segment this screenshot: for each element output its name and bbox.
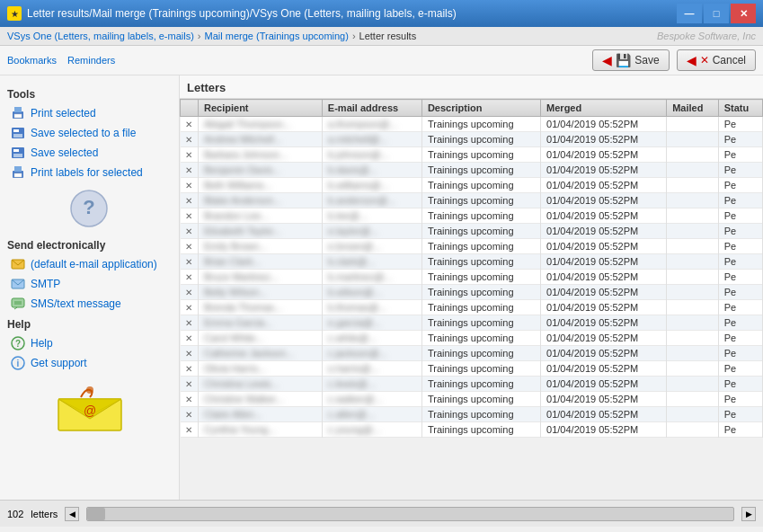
row-checkbox[interactable]: ✕	[181, 147, 199, 163]
sidebar-item-support[interactable]: i Get support	[7, 354, 172, 372]
table-row[interactable]: ✕ Barbara Johnson... b.johnson@... Train…	[181, 147, 763, 163]
row-checkbox[interactable]: ✕	[181, 270, 199, 285]
table-container[interactable]: Recipient E-mail address Description Mer…	[180, 99, 763, 500]
table-row[interactable]: ✕ Beth Williams... b.williams@... Traini…	[181, 178, 763, 193]
row-checkbox[interactable]: ✕	[181, 132, 199, 147]
row-recipient: Brian Clark...	[199, 254, 323, 270]
row-checkbox[interactable]: ✕	[181, 315, 199, 331]
minimize-button[interactable]: —	[677, 4, 702, 23]
row-description: Trainings upcoming	[421, 208, 540, 224]
row-checkbox[interactable]: ✕	[181, 300, 199, 315]
bookmarks-link[interactable]: Bookmarks	[7, 55, 57, 66]
row-checkbox[interactable]: ✕	[181, 422, 199, 438]
row-checkbox[interactable]: ✕	[181, 224, 199, 239]
row-checkbox[interactable]: ✕	[181, 193, 199, 208]
col-merged[interactable]: Merged	[541, 100, 667, 117]
row-checkbox[interactable]: ✕	[181, 331, 199, 346]
help-section-title: Help	[7, 318, 172, 331]
table-row[interactable]: ✕ Abigail Thompson... a.thompson@... Tra…	[181, 117, 763, 132]
breadcrumb-link-1[interactable]: VSys One (Letters, mailing labels, e-mai…	[7, 31, 194, 41]
row-checkbox[interactable]: ✕	[181, 346, 199, 361]
row-description: Trainings upcoming	[421, 392, 540, 407]
table-row[interactable]: ✕ Carol White... c.white@... Trainings u…	[181, 331, 763, 346]
cancel-button[interactable]: ◀ ✕ Cancel	[677, 49, 756, 71]
email-icon	[11, 257, 25, 271]
row-merged: 01/04/2019 05:52PM	[541, 331, 667, 346]
col-recipient[interactable]: Recipient	[199, 100, 323, 117]
scroll-thumb[interactable]	[87, 508, 105, 520]
reminders-link[interactable]: Reminders	[67, 55, 115, 66]
row-checkbox[interactable]: ✕	[181, 361, 199, 377]
row-email: c.walker@...	[322, 392, 421, 407]
row-recipient: Betty Wilson...	[199, 285, 323, 300]
table-row[interactable]: ✕ Benjamin Davis... b.davis@... Training…	[181, 163, 763, 178]
table-row[interactable]: ✕ Catherine Jackson... c.jackson@... Tra…	[181, 346, 763, 361]
maximize-button[interactable]: □	[704, 4, 729, 23]
table-row[interactable]: ✕ Brenda Thomas... b.thomas@... Training…	[181, 300, 763, 315]
send-section-title: Send electronically	[7, 239, 172, 252]
row-checkbox[interactable]: ✕	[181, 117, 199, 132]
row-mailed	[667, 224, 718, 239]
sidebar-item-save-selected[interactable]: Save selected	[7, 144, 172, 162]
table-row[interactable]: ✕ Olivia Harris... o.harris@... Training…	[181, 361, 763, 377]
row-status: Pe	[718, 254, 762, 270]
breadcrumb-link-2[interactable]: Mail merge (Trainings upcoming)	[205, 31, 349, 41]
row-status: Pe	[718, 315, 762, 331]
row-checkbox[interactable]: ✕	[181, 392, 199, 407]
col-email[interactable]: E-mail address	[322, 100, 421, 117]
sidebar-item-print-selected[interactable]: Print selected	[7, 104, 172, 122]
table-row[interactable]: ✕ Christine Walker... c.walker@... Train…	[181, 392, 763, 407]
sidebar-item-sms[interactable]: SMS/text message	[7, 295, 172, 313]
row-checkbox[interactable]: ✕	[181, 163, 199, 178]
horizontal-scrollbar[interactable]	[86, 507, 734, 521]
table-row[interactable]: ✕ Blake Anderson... b.anderson@... Train…	[181, 193, 763, 208]
col-status[interactable]: Statu	[718, 100, 762, 117]
table-row[interactable]: ✕ Betty Wilson... b.wilson@... Trainings…	[181, 285, 763, 300]
close-button[interactable]: ✕	[731, 4, 756, 23]
sidebar-item-help[interactable]: ? Help	[7, 334, 172, 352]
table-row[interactable]: ✕ Bruce Martinez... b.martinez@... Train…	[181, 270, 763, 285]
svg-rect-10	[14, 166, 22, 172]
main-area: Tools Print selected Save selected to a …	[0, 75, 763, 500]
row-email: b.wilson@...	[322, 285, 421, 300]
row-description: Trainings upcoming	[421, 346, 540, 361]
scroll-right-button[interactable]: ▶	[741, 507, 756, 521]
table-row[interactable]: ✕ Elizabeth Taylor... e.taylor@... Train…	[181, 224, 763, 239]
table-row[interactable]: ✕ Christina Lewis... c.lewis@... Trainin…	[181, 377, 763, 392]
row-mailed	[667, 331, 718, 346]
table-header-row: Recipient E-mail address Description Mer…	[181, 100, 763, 117]
row-email: c.jackson@...	[322, 346, 421, 361]
col-mailed[interactable]: Mailed	[667, 100, 718, 117]
table-row[interactable]: ✕ Claire Allen... c.allen@... Trainings …	[181, 407, 763, 422]
row-description: Trainings upcoming	[421, 193, 540, 208]
table-row[interactable]: ✕ Emily Brown... e.brown@... Trainings u…	[181, 239, 763, 254]
row-checkbox[interactable]: ✕	[181, 239, 199, 254]
row-checkbox[interactable]: ✕	[181, 377, 199, 392]
table-row[interactable]: ✕ Brandon Lee... b.lee@... Trainings upc…	[181, 208, 763, 224]
row-email: c.allen@...	[322, 407, 421, 422]
table-row[interactable]: ✕ Andrew Mitchell... a.mitchell@... Trai…	[181, 132, 763, 147]
row-status: Pe	[718, 239, 762, 254]
col-description[interactable]: Description	[421, 100, 540, 117]
row-recipient: Cynthia Young...	[199, 422, 323, 438]
sidebar-item-save-to-file[interactable]: Save selected to a file	[7, 124, 172, 142]
save-to-file-icon	[11, 126, 25, 140]
scroll-left-button[interactable]: ◀	[65, 507, 79, 521]
row-checkbox[interactable]: ✕	[181, 208, 199, 224]
sidebar-item-print-labels[interactable]: Print labels for selected	[7, 164, 172, 182]
row-checkbox[interactable]: ✕	[181, 285, 199, 300]
row-mailed	[667, 377, 718, 392]
row-checkbox[interactable]: ✕	[181, 407, 199, 422]
table-row[interactable]: ✕ Brian Clark... b.clark@... Trainings u…	[181, 254, 763, 270]
svg-rect-5	[13, 134, 22, 137]
table-row[interactable]: ✕ Emma Garcia... e.garcia@... Trainings …	[181, 315, 763, 331]
table-row[interactable]: ✕ Cynthia Young... c.young@... Trainings…	[181, 422, 763, 438]
row-checkbox[interactable]: ✕	[181, 178, 199, 193]
row-checkbox[interactable]: ✕	[181, 254, 199, 270]
row-recipient: Claire Allen...	[199, 407, 323, 422]
sidebar-item-default-email[interactable]: (default e-mail application)	[7, 255, 172, 273]
row-merged: 01/04/2019 05:52PM	[541, 208, 667, 224]
row-mailed	[667, 163, 718, 178]
save-button[interactable]: ◀ 💾 Save	[592, 49, 669, 71]
sidebar-item-smtp[interactable]: SMTP	[7, 275, 172, 293]
